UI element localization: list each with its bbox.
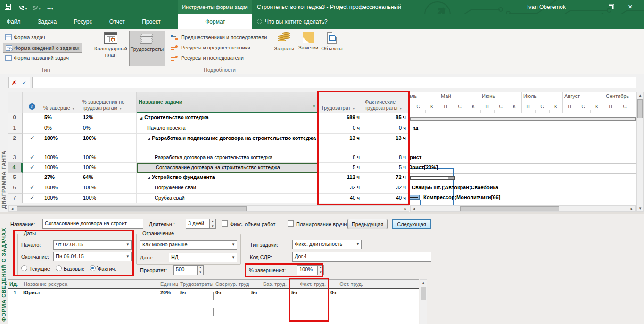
scroll-up-icon[interactable]: ▲ [420, 280, 427, 286]
task-name-field[interactable]: Согласование договора на строит [42, 219, 143, 229]
objects-button[interactable]: Объекты [320, 31, 344, 65]
pct-complete-spinner[interactable]: ▲▼ [317, 265, 324, 275]
resource-column-header[interactable]: Ост. труд. [328, 280, 365, 288]
collapse-triangle-icon[interactable]: ◢ [147, 137, 150, 141]
wbs-field[interactable]: Дог.4 [292, 252, 431, 262]
resource-cell[interactable]: 0ч [213, 289, 249, 324]
task-name-cell[interactable]: ◢Строительство коттеджа [137, 113, 319, 123]
work-cell[interactable]: 112 ч [319, 173, 363, 183]
actual-work-cell[interactable]: 0 ч [363, 123, 409, 134]
row-number[interactable]: 1 [8, 123, 23, 134]
accept-entry-icon[interactable]: ✓ [22, 79, 27, 86]
previous-button[interactable]: Предыдущая [347, 219, 388, 229]
resources-predecessors-button[interactable]: Ресурсы и предшественники [169, 43, 253, 53]
scroll-up-icon[interactable]: ▲ [637, 92, 644, 98]
project-summary-bar[interactable] [410, 117, 636, 121]
constraint-type-combo[interactable]: Как можно раньше▼ [140, 240, 237, 250]
actual-work-header[interactable]: Фактические трудозатраты▼ [363, 92, 409, 113]
scroll-down-icon[interactable]: ▼ [637, 205, 644, 211]
actual-work-cell[interactable]: 32 ч [363, 183, 409, 194]
work-header[interactable]: Трудозатрат▼ [319, 92, 363, 113]
summary-task-bar[interactable] [410, 176, 455, 180]
entry-bar-input[interactable] [32, 77, 636, 88]
work-cell[interactable]: 32 ч [319, 183, 363, 194]
baseline-dates-label[interactable]: Базовые [64, 266, 84, 272]
tab-project[interactable]: Проект [134, 14, 168, 29]
undo-icon[interactable] [19, 6, 24, 10]
task-name-cell[interactable]: Погружение свай [137, 183, 319, 194]
resource-cell[interactable]: 5ч [289, 289, 328, 324]
cancel-entry-icon[interactable]: ✗ [12, 79, 17, 86]
tab-report[interactable]: Отчет [102, 14, 132, 29]
resource-column-header[interactable]: Единицы [158, 280, 178, 288]
resource-cell[interactable]: 5ч [249, 289, 289, 324]
work-cell[interactable]: 40 ч [319, 194, 363, 203]
resource-cell[interactable]: 20% [158, 289, 178, 324]
next-button[interactable]: Следующая [392, 219, 431, 229]
pct-complete-cell[interactable]: 100% [41, 163, 80, 173]
task-name-cell[interactable]: Срубка свай [137, 194, 319, 203]
predecessors-successors-button[interactable]: Предшественники и последователи [169, 32, 269, 42]
resource-column-header[interactable]: Трудозатраты [178, 280, 213, 288]
work-cell[interactable]: 13 ч [319, 134, 363, 153]
actual-dates-label[interactable]: Фактич. [98, 266, 116, 272]
redo-dropdown-icon[interactable]: ▾ [39, 7, 41, 11]
minimize-button[interactable]: — [583, 0, 597, 14]
pct-complete-cell[interactable]: 5% [41, 113, 80, 123]
pct-complete-cell[interactable]: 27% [41, 173, 80, 183]
priority-spinner[interactable]: ▲▼ [197, 265, 204, 275]
actual-work-cell[interactable]: 8 ч [363, 153, 409, 163]
row-number[interactable]: 7 [8, 194, 23, 203]
top-pane-label[interactable]: ДИАГРАММА ГАНТА [1, 114, 7, 209]
task-name-cell[interactable]: ◢Разработка и подписание договора на стр… [137, 134, 319, 153]
actual-work-cell[interactable]: 13 ч [363, 134, 409, 153]
effort-driven-checkbox[interactable] [222, 220, 228, 227]
pct-work-complete-cell[interactable]: 100% [80, 194, 137, 203]
account-name[interactable]: Ivan Oberemok [527, 0, 566, 14]
resource-vertical-scrollbar[interactable]: ▲ [420, 279, 427, 324]
cost-button[interactable]: Затраты [272, 31, 296, 65]
gantt-horizontal-scrollbar[interactable]: ◄ ► [410, 205, 636, 212]
resources-successors-button[interactable]: Ресурсы и последователи [169, 53, 246, 63]
close-button[interactable]: × [623, 0, 637, 14]
resource-cell[interactable]: Юрист [21, 289, 158, 324]
filter-arrow-icon[interactable]: ▼ [312, 104, 316, 110]
pct-complete-cell[interactable]: 100% [41, 194, 80, 203]
pct-work-complete-cell[interactable]: 100% [80, 183, 137, 194]
priority-field[interactable]: 500 [173, 265, 197, 275]
resource-column-header[interactable]: Факт. труд. [289, 280, 328, 288]
pct-work-complete-cell[interactable]: 100% [80, 134, 137, 153]
tab-resource[interactable]: Ресурс [66, 14, 100, 29]
resource-column-header[interactable]: Сверхур. труд [213, 280, 249, 288]
pct-work-complete-cell[interactable]: 64% [80, 173, 137, 183]
pct-work-complete-cell[interactable]: 100% [80, 163, 137, 173]
work-cell[interactable]: 0 ч [319, 123, 363, 134]
customize-qat-icon[interactable]: ═ ▾ [47, 6, 53, 11]
constraint-date-combo[interactable]: НД▼ [169, 253, 237, 262]
row-number[interactable]: 5 [8, 173, 23, 183]
row-number[interactable]: 4 [8, 163, 23, 173]
duration-spinner[interactable]: ▲▼ [209, 219, 216, 229]
manually-scheduled-checkbox[interactable] [288, 220, 294, 227]
actual-work-cell[interactable]: 5 ч [363, 163, 409, 173]
collapse-triangle-icon[interactable]: ◢ [147, 176, 150, 180]
bottom-pane-label[interactable]: ФОРМА СВЕДЕНИЙ О ЗАДАЧАХ [1, 223, 7, 322]
actual-dates-radio[interactable] [90, 265, 96, 271]
pct-work-complete-cell[interactable]: 12% [80, 113, 137, 123]
pct-work-complete-header[interactable]: % завершения по трудозатратам▼ [80, 92, 137, 113]
task-name-cell[interactable]: Разработка договора на строительство кот… [137, 153, 319, 163]
pct-complete-cell[interactable]: 0% [41, 123, 80, 134]
resource-cell[interactable]: 5ч [178, 289, 213, 324]
task-type-combo[interactable]: Фикс. длительность▼ [292, 240, 362, 249]
row-number[interactable]: 2 [8, 134, 23, 153]
tab-task[interactable]: Задача [30, 14, 64, 29]
task-bar[interactable] [410, 195, 420, 200]
task-name-cell[interactable]: Начало проекта [137, 123, 319, 134]
task-name-header[interactable]: Название задачи▼ [137, 92, 319, 113]
task-form-button[interactable]: Форма задач [3, 32, 48, 42]
current-dates-radio[interactable] [21, 265, 27, 271]
current-dates-label[interactable]: Текущие [29, 266, 50, 272]
pct-complete-header[interactable]: % заверше▼ [41, 92, 80, 113]
actual-work-cell[interactable]: 72 ч [363, 173, 409, 183]
gantt-timescale[interactable]: АпрельМайИюньИюльАвгустСентябрь СКНСКНСК… [410, 92, 636, 113]
